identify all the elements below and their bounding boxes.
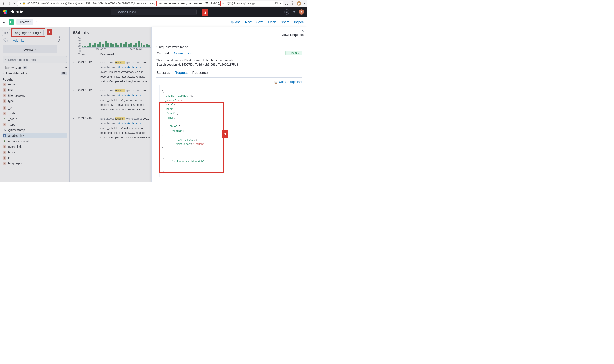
field-item[interactable]: t_id <box>2 105 67 111</box>
shield-icon: ⛉ <box>19 2 21 5</box>
check-icon[interactable]: ✓ <box>35 20 38 24</box>
copy-to-clipboard[interactable]: 📋 Copy to clipboard <box>152 78 307 85</box>
field-item[interactable]: ttitle_keyword <box>2 93 67 98</box>
url-pre: :00.000Z',to:now))&_a=(columns:!(),filte… <box>27 2 155 5</box>
info-icon[interactable]: ⓘ <box>291 1 294 6</box>
field-item[interactable]: tregion <box>2 82 67 87</box>
field-item[interactable]: #attendee_count <box>2 138 67 144</box>
chevron-down-icon: ▾ <box>66 66 67 69</box>
field-item[interactable]: t_index <box>2 111 67 116</box>
user-avatar[interactable]: p <box>299 9 304 14</box>
pocket-icon[interactable]: ⛶ <box>285 1 288 5</box>
search-icon: ⌕ <box>113 10 115 14</box>
field-item[interactable]: #_score <box>2 116 67 122</box>
index-selector[interactable]: events▾ <box>2 45 57 53</box>
svg-point-3 <box>6 13 7 14</box>
action-open[interactable]: Open <box>268 20 276 24</box>
callout-2: 2 <box>202 9 208 16</box>
requests-summary: 2 requests were made <box>156 45 302 49</box>
popular-label: Popular <box>2 78 67 81</box>
chevron-down-icon: ▾ <box>2 72 4 75</box>
app-name-pill[interactable]: Discover <box>16 19 33 25</box>
left-sidebar: ▥ ▾ 1 ⊜ + Add filter events▾ ⋯ ⇄ ⌕ Searc… <box>0 27 70 182</box>
tab-statistics[interactable]: Statistics <box>156 71 170 77</box>
top-actions: OptionsNewSaveOpenShareInspect <box>229 20 305 24</box>
forward-icon[interactable]: ❯ <box>7 1 11 5</box>
request-code[interactable]: " ], "runtime_mappings": {}, "_source": … <box>159 85 302 177</box>
field-item[interactable]: tairtable_link <box>2 133 67 138</box>
field-item[interactable]: ◷@timestamp <box>2 127 67 133</box>
clipboard-icon: 📋 <box>274 80 278 84</box>
field-item[interactable]: thosts <box>2 150 67 155</box>
browser-avatar[interactable]: p <box>297 1 301 6</box>
action-inspect[interactable]: Inspect <box>294 20 305 24</box>
back-icon[interactable]: ❮ <box>2 1 6 5</box>
query-options-toggle[interactable]: ▥ ▾ <box>2 29 10 36</box>
callout-3: 3 <box>222 130 228 138</box>
grid-icon[interactable]: ⋯ <box>59 48 62 51</box>
field-item[interactable]: ttitle <box>2 87 67 93</box>
right-caret-icon[interactable]: ◀ <box>304 2 305 4</box>
request-label: Request: <box>156 51 170 55</box>
desc-line-2: Search session id: 15007f9a-7b8d-4bb5-96… <box>156 63 302 67</box>
integrations-icon[interactable]: ⚗ <box>293 10 295 14</box>
field-item[interactable]: tid <box>2 155 67 161</box>
action-options[interactable]: Options <box>229 20 240 24</box>
header-search[interactable]: ⌕ Search Elastic <box>111 9 197 15</box>
expand-icon[interactable]: › <box>73 88 76 112</box>
callout-box-1 <box>11 28 45 37</box>
expand-icon[interactable]: › <box>73 117 76 140</box>
chart-y-label: Count <box>58 36 61 42</box>
app-badge: D <box>9 19 14 25</box>
sub-header: ≡ D Discover ✓ OptionsNewSaveOpenShareIn… <box>0 17 307 27</box>
swap-icon[interactable]: ⇄ <box>64 48 67 51</box>
search-icon: ⌕ <box>4 58 6 62</box>
expand-icon[interactable]: › <box>73 60 76 84</box>
url-post: sort:!(!('@timestamp',desc))) <box>222 2 255 5</box>
search-placeholder: Search Elastic <box>117 10 136 14</box>
field-item[interactable]: tevent_link <box>2 144 67 150</box>
chevron-down-icon: ▾ <box>35 48 37 51</box>
elastic-logo[interactable]: elastic <box>3 9 23 15</box>
request-selector[interactable]: Documents ▾ <box>173 51 192 55</box>
callout-box-3 <box>159 102 223 173</box>
desc-line-1: This request queries Elasticsearch to fe… <box>156 58 302 63</box>
field-item[interactable]: ttype <box>2 98 67 104</box>
inspect-panel: ✕ View: Requests 2 requests were made Re… <box>152 27 307 182</box>
menu-icon[interactable]: ≡ <box>2 20 6 24</box>
panel-tabs: StatisticsRequestResponse <box>156 71 302 78</box>
filter-by-type[interactable]: Filter by type 0 ▾ <box>2 66 67 69</box>
time-badge: ✓ 1650ms <box>285 51 302 55</box>
brand-text: elastic <box>9 9 23 15</box>
reload-icon[interactable]: ⟳ <box>13 2 15 5</box>
field-item[interactable]: t_type <box>2 122 67 127</box>
lock-icon: 🔒 <box>22 2 26 5</box>
tab-response[interactable]: Response <box>192 71 208 77</box>
url-bar[interactable]: ⛉ 🔒 :00.000Z',to:now))&_a=(columns:!(),f… <box>17 1 283 6</box>
elastic-logo-icon <box>3 10 8 14</box>
chevron-down-icon: ▾ <box>190 52 192 54</box>
hits-count: 634 <box>73 30 80 35</box>
available-fields-header[interactable]: ▾ Available fields 34 <box>2 71 67 76</box>
tab-request[interactable]: Request <box>175 71 188 77</box>
field-search[interactable]: ⌕ Search field names <box>2 56 67 63</box>
hits-label: hits <box>83 31 89 35</box>
url-dropdown-icon[interactable]: ▾ <box>280 2 281 5</box>
action-save[interactable]: Save <box>256 20 264 24</box>
bookmark-icon[interactable]: ☐ <box>275 2 278 5</box>
url-highlight: (language:kuery,query:'languages : "Engl… <box>156 1 221 6</box>
action-new[interactable]: New <box>245 20 251 24</box>
callout-1: 1 <box>47 29 52 36</box>
filter-options-icon[interactable]: ⊜ <box>3 39 8 43</box>
add-filter-link[interactable]: + Add filter <box>10 39 26 42</box>
field-item[interactable]: tlanguages <box>2 161 67 166</box>
newsfeed-icon[interactable]: ◎ <box>284 9 289 14</box>
action-share[interactable]: Share <box>281 20 290 24</box>
view-label[interactable]: View: Requests <box>281 33 304 37</box>
close-icon[interactable]: ✕ <box>301 29 304 32</box>
elastic-header: elastic ⌕ Search Elastic ◎ ⚗ p <box>0 7 307 17</box>
browser-chrome: ❮ ❯ ⟳ ⛉ 🔒 :00.000Z',to:now))&_a=(columns… <box>0 0 307 7</box>
sort-desc-icon[interactable]: ↓ <box>85 53 86 55</box>
